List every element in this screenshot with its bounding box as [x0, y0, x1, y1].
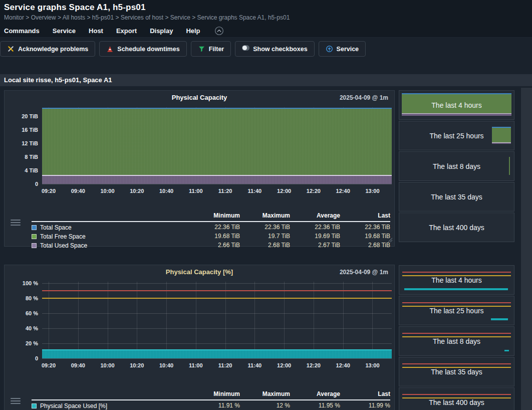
time-range-button-the-last-8-days[interactable]: The last 8 days	[399, 326, 514, 356]
legend-column-last: Last	[340, 389, 390, 400]
menu-item-commands[interactable]: Commands	[4, 27, 40, 35]
gridline-v	[137, 282, 137, 358]
x-tick-label: 12:20	[301, 362, 327, 368]
x-tick-label: 13:00	[359, 188, 385, 194]
page-title: Service graphs Space A1, h5-ps01	[4, 3, 528, 13]
legend-series-name: Total Free Space	[40, 233, 86, 240]
x-tick-label: 11:20	[212, 362, 238, 368]
menu-bar: CommandsServiceHostExportDisplayHelp	[0, 24, 532, 38]
page: Service graphs Space A1, h5-ps01 Monitor…	[0, 0, 532, 410]
plot-area[interactable]: 04 TiB8 TiB12 TiB16 TiB20 TiB09:2009:401…	[42, 107, 392, 184]
menu-item-display[interactable]: Display	[150, 27, 173, 35]
resize-handle-icon[interactable]	[386, 236, 393, 245]
x-tick-label: 09:40	[65, 362, 91, 368]
x-tick-label: 11:20	[212, 188, 238, 194]
service-button[interactable]: Service	[319, 41, 366, 57]
menu-item-host[interactable]: Host	[89, 27, 103, 35]
filter-button[interactable]: Filter	[191, 41, 231, 57]
legend-value: 19.7 TiB	[240, 233, 290, 240]
time-range-sidebar-1: The last 4 hoursThe last 25 hoursThe las…	[399, 90, 514, 243]
gridline-h	[42, 283, 392, 284]
menu-item-export[interactable]: Export	[116, 27, 137, 35]
time-range-label: The last 8 days	[433, 162, 480, 170]
breadcrumb: Monitor > Overview > All hosts > h5-ps01…	[4, 14, 528, 21]
x-tick-label: 13:00	[359, 362, 385, 368]
gridline-h	[42, 358, 392, 359]
x-tick-label: 10:40	[153, 188, 179, 194]
menu-item-service[interactable]: Service	[53, 27, 76, 35]
legend-column-minimum: Minimum	[190, 211, 240, 222]
gridline-v	[196, 282, 196, 358]
x-tick-label: 10:00	[95, 188, 121, 194]
time-range-button-the-last-35-days[interactable]: The last 35 days	[399, 357, 514, 386]
legend-value: 2.66 TiB	[190, 242, 240, 249]
time-range-button-the-last-4-hours[interactable]: The last 4 hours	[399, 90, 514, 120]
time-range-button-the-last-25-hours[interactable]: The last 25 hours	[399, 296, 514, 325]
acknowledge-problems-button[interactable]: Acknowledge problems	[0, 41, 95, 57]
scrollbar[interactable]	[521, 88, 532, 410]
legend-series-name: Total Space	[40, 224, 72, 231]
x-tick-label: 11:40	[241, 362, 268, 368]
y-tick-label: 20 %	[7, 340, 38, 346]
legend-swatch	[32, 234, 37, 239]
time-range-button-the-last-400-days[interactable]: The last 400 days	[399, 213, 514, 242]
legend-table: MinimumMaximumAverageLastPhysical Space …	[32, 389, 390, 410]
show-checkboxes-button[interactable]: Show checkboxes	[235, 41, 314, 57]
button-label: Filter	[209, 46, 224, 53]
x-tick-label: 12:40	[330, 188, 356, 194]
time-range-button-the-last-35-days[interactable]: The last 35 days	[399, 182, 514, 212]
gridline-v	[166, 282, 167, 358]
series-area-physical-space-used	[42, 349, 392, 358]
legend-value: 22.36 TiB	[240, 224, 290, 231]
button-label: Schedule downtimes	[117, 46, 179, 53]
x-tick-label: 09:40	[65, 188, 91, 194]
action-toolbar: Acknowledge problemsSchedule downtimesFi…	[0, 41, 366, 57]
x-tick-label: 12:20	[301, 188, 327, 194]
y-tick-label: 100 %	[7, 280, 38, 286]
series-line-warning-threshold	[42, 298, 392, 299]
x-tick-label: 10:20	[124, 362, 150, 368]
time-range-label: The last 8 days	[433, 337, 480, 345]
x-tick-label: 11:00	[183, 188, 209, 194]
gridline-v	[372, 282, 373, 358]
hamburger-icon[interactable]	[11, 218, 21, 227]
x-tick-label: 11:40	[241, 188, 268, 194]
x-tick-label: 09:20	[36, 362, 62, 368]
gridline-v	[284, 282, 285, 358]
y-tick-label: 20 TiB	[7, 113, 38, 119]
x-tick-label: 10:20	[124, 188, 150, 194]
time-range-button-the-last-8-days[interactable]: The last 8 days	[399, 151, 514, 181]
gridline-h	[42, 313, 392, 314]
time-range-button-the-last-400-days[interactable]: The last 400 days	[399, 387, 514, 410]
x-tick-label: 12:40	[330, 362, 356, 368]
legend-value: 22.36 TiB	[340, 224, 390, 231]
legend-value: 2.68 TiB	[340, 242, 390, 249]
collapse-chevron-icon	[214, 26, 224, 36]
legend-column-average: Average	[290, 211, 340, 222]
collapse-menu-button[interactable]	[214, 26, 224, 36]
gridline-v	[49, 282, 49, 358]
x-tick-label: 12:00	[271, 362, 297, 368]
y-tick-label: 12 TiB	[7, 140, 38, 146]
time-range-button-the-last-25-hours[interactable]: The last 25 hours	[399, 121, 514, 150]
legend-corner	[32, 211, 190, 222]
y-tick-label: 8 TiB	[7, 154, 38, 160]
plot-area[interactable]: 020 %40 %60 %80 %100 %09:2009:4010:0010:…	[42, 282, 392, 358]
legend-value: 11.99 %	[340, 402, 390, 409]
y-tick-label: 4 TiB	[7, 167, 38, 173]
time-range-button-the-last-4-hours[interactable]: The last 4 hours	[399, 265, 514, 295]
legend-column-maximum: Maximum	[240, 211, 290, 222]
time-range-label: The last 25 hours	[429, 132, 483, 140]
schedule-downtimes-button[interactable]: Schedule downtimes	[99, 41, 186, 57]
menu-item-help[interactable]: Help	[186, 27, 200, 35]
series-area-total-used-space	[42, 175, 392, 184]
legend-row-physical-space-used: Physical Space Used [%]	[32, 402, 190, 409]
hamburger-icon[interactable]	[11, 396, 21, 405]
series-line-critical-threshold	[42, 290, 392, 291]
section-header: Local site risse, h5-ps01, Space A1	[0, 74, 532, 86]
downtime-cone-icon	[106, 45, 114, 53]
time-range-label: The last 4 hours	[431, 276, 481, 284]
legend-row-total-used-space: Total Used Space	[32, 242, 190, 249]
series-line-total-space	[42, 108, 392, 109]
legend-corner	[32, 389, 190, 400]
